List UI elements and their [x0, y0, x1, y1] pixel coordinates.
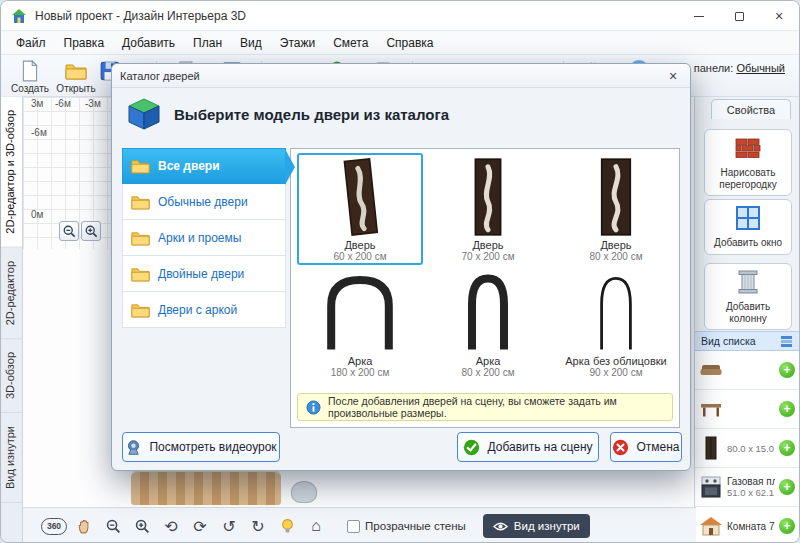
- item-size: 60 x 200 см: [333, 251, 386, 262]
- category-label: Двойные двери: [158, 267, 244, 281]
- arch-item-80[interactable]: Арка 80 x 200 см: [425, 267, 551, 383]
- list-view-header[interactable]: Вид списка: [695, 331, 799, 351]
- watch-video-label: Посмотреть видеоурок: [149, 440, 276, 454]
- list-item[interactable]: Комната 7 +: [695, 507, 799, 543]
- door-thumbnail: [427, 155, 549, 239]
- open-project-button[interactable]: Открыть: [53, 58, 99, 94]
- menu-plan[interactable]: План: [184, 33, 231, 53]
- tab-3d[interactable]: 3D-обзор: [1, 339, 22, 413]
- lightbulb-icon: [279, 518, 296, 535]
- info-icon: [306, 400, 321, 415]
- menu-bar: Файл Правка Добавить План Вид Этажи Смет…: [1, 31, 799, 55]
- zoom-out-icon: [105, 518, 122, 535]
- list-item[interactable]: 80.0 x 15.0 x 200.0 +: [695, 429, 799, 468]
- minimize-button[interactable]: [679, 1, 719, 31]
- item-size: 90 x 200 см: [589, 367, 642, 378]
- zoom-out-button[interactable]: [101, 514, 125, 538]
- add-column-button[interactable]: Добавить колонну: [704, 263, 792, 330]
- transparent-walls-checkbox[interactable]: Прозрачные стены: [347, 520, 466, 533]
- window-title: Новый проект - Дизайн Интерьера 3D: [35, 9, 246, 23]
- door-item-80[interactable]: Дверь 80 x 200 см: [553, 153, 679, 265]
- category-arched-doors[interactable]: Двери с аркой: [122, 292, 286, 328]
- minimize-icon: [694, 16, 704, 17]
- folder-icon: [131, 266, 150, 282]
- ruler-mark: 0м: [31, 209, 43, 220]
- menu-help[interactable]: Справка: [377, 33, 442, 53]
- folder-icon: [131, 158, 150, 174]
- open-folder-icon: [65, 60, 87, 82]
- maximize-button[interactable]: [719, 1, 759, 31]
- view-360-button[interactable]: 360: [41, 518, 67, 535]
- category-arches[interactable]: Арки и проемы: [122, 220, 286, 256]
- app-window: Новый проект - Дизайн Интерьера 3D × Фай…: [0, 0, 800, 543]
- light-button[interactable]: [275, 514, 299, 538]
- object-size: 51.0 x 62.1 x 86.9: [727, 487, 775, 498]
- rotate-right-button[interactable]: ⟳: [188, 514, 212, 538]
- rotate-right-icon: ⟳: [193, 517, 206, 536]
- orbit-right-icon: ↻: [251, 517, 264, 536]
- item-size: 180 x 200 см: [331, 367, 390, 378]
- menu-floors[interactable]: Этажи: [271, 33, 324, 53]
- new-page-icon: [19, 60, 41, 82]
- add-to-scene-label: Добавить на сцену: [487, 440, 592, 454]
- dialog-close-button[interactable]: ×: [664, 68, 682, 84]
- tab-2d[interactable]: 2D-редактор: [1, 248, 22, 339]
- ruler-mark: -3м: [85, 98, 101, 109]
- add-object-button[interactable]: +: [779, 440, 795, 456]
- scene-object-list[interactable]: + +: [695, 351, 799, 543]
- stove-icon: [699, 475, 723, 499]
- title-bar: Новый проект - Дизайн Интерьера 3D ×: [1, 1, 799, 31]
- add-object-button[interactable]: +: [779, 362, 795, 378]
- list-item[interactable]: +: [695, 390, 799, 429]
- watch-video-button[interactable]: Посмотреть видеоурок: [122, 432, 280, 462]
- add-window-button[interactable]: Добавить окно: [704, 199, 792, 255]
- orbit-left-button[interactable]: ↺: [217, 514, 241, 538]
- draw-partition-button[interactable]: Нарисовать перегородку: [704, 129, 792, 196]
- add-to-scene-button[interactable]: Добавить на сцену: [457, 432, 599, 462]
- object-name: Газовая плита: [727, 476, 775, 487]
- home-icon: ⌂: [311, 517, 321, 535]
- menu-edit[interactable]: Правка: [55, 33, 114, 53]
- column-icon: [735, 269, 761, 295]
- category-regular-doors[interactable]: Обычные двери: [122, 184, 286, 220]
- app-icon: [11, 8, 27, 24]
- cancel-button[interactable]: Отмена: [610, 432, 682, 462]
- add-object-button[interactable]: +: [779, 479, 795, 495]
- door-item-grid: Дверь 60 x 200 см Дверь 70 x 200 см: [290, 148, 680, 428]
- zoom-in-button[interactable]: [81, 221, 101, 241]
- menu-view[interactable]: Вид: [231, 33, 271, 53]
- zoom-in-button[interactable]: [130, 514, 154, 538]
- list-item[interactable]: Газовая плита 51.0 x 62.1 x 86.9 +: [695, 468, 799, 507]
- open-project-label: Открыть: [56, 83, 95, 94]
- tab-properties[interactable]: Свойства: [711, 99, 791, 119]
- hand-icon: [76, 518, 93, 535]
- menu-file[interactable]: Файл: [7, 33, 55, 53]
- door-item-60[interactable]: Дверь 60 x 200 см: [297, 153, 423, 265]
- add-object-button[interactable]: +: [779, 401, 795, 417]
- rotate-left-button[interactable]: ⟲: [159, 514, 183, 538]
- door-item-70[interactable]: Дверь 70 x 200 см: [425, 153, 551, 265]
- new-project-button[interactable]: Создать: [7, 58, 53, 94]
- list-item[interactable]: +: [695, 351, 799, 390]
- pan-hand-button[interactable]: [72, 514, 96, 538]
- zoom-out-button[interactable]: [59, 221, 79, 241]
- orbit-left-icon: ↺: [222, 517, 235, 536]
- panel-view-value-link[interactable]: Обычный: [736, 62, 785, 74]
- category-all-doors[interactable]: Все двери: [122, 148, 286, 184]
- tab-inside-view[interactable]: Вид изнутри: [1, 413, 22, 503]
- menu-estimate[interactable]: Смета: [324, 33, 377, 53]
- menu-add[interactable]: Добавить: [113, 33, 184, 53]
- right-panel: Свойства Нарисовать перегородку Добавить…: [694, 97, 799, 543]
- tab-2d-3d[interactable]: 2D-редактор и 3D-обзор: [1, 97, 22, 248]
- arch-item-no-trim-90[interactable]: Арка без облицовки 90 x 200 см: [553, 267, 679, 383]
- close-button[interactable]: ×: [759, 1, 799, 31]
- arch-item-180[interactable]: Арка 180 x 200 см: [297, 267, 423, 383]
- category-double-doors[interactable]: Двойные двери: [122, 256, 286, 292]
- item-name: Дверь: [344, 239, 375, 251]
- inside-view-button[interactable]: Вид изнутри: [483, 514, 590, 538]
- ruler-mark: -6м: [31, 127, 47, 138]
- orbit-right-button[interactable]: ↻: [246, 514, 270, 538]
- add-object-button[interactable]: +: [779, 518, 795, 534]
- check-icon: [463, 439, 480, 456]
- home-view-button[interactable]: ⌂: [304, 514, 328, 538]
